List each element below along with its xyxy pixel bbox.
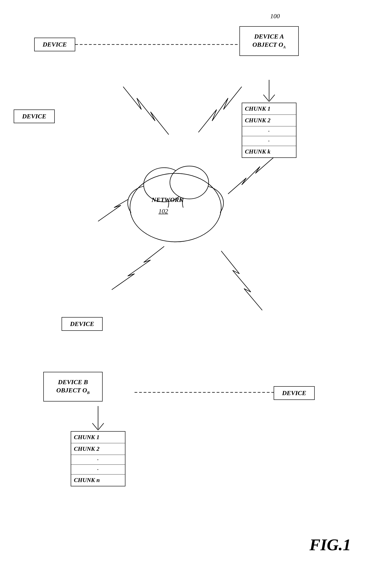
svg-point-12 — [170, 166, 209, 199]
chunk-a-row-2: CHUNK 2 — [242, 115, 296, 126]
svg-line-4 — [269, 95, 275, 102]
device-bottom-left-label: DEVICE — [70, 320, 94, 328]
device-a-line1: DEVICE A — [254, 33, 284, 40]
chunk-a-row-k: CHUNK k — [242, 146, 296, 157]
chunk-b-dots-1: · — [71, 455, 125, 465]
device-a-line2: OBJECT OA — [252, 41, 286, 50]
ref-100: 100 — [270, 13, 280, 20]
chunk-b-dots-2: · — [71, 465, 125, 474]
chunk-a-dots-1: · — [242, 126, 296, 136]
device-top-left: DEVICE — [34, 38, 75, 51]
chunk-b-row-1: CHUNK 1 — [71, 432, 125, 443]
svg-line-6 — [92, 423, 98, 430]
device-left-mid-label: DEVICE — [22, 113, 46, 120]
chunk-table-b: CHUNK 1 CHUNK 2 · · CHUNK n — [71, 431, 126, 486]
chunk-a-dots-2: · — [242, 136, 296, 146]
device-b-box: DEVICE B OBJECT OB — [43, 372, 102, 401]
fig-label: FIG.1 — [310, 535, 351, 554]
network-ref: 102 — [158, 208, 168, 215]
device-bottom-right: DEVICE — [274, 386, 315, 400]
svg-line-7 — [98, 423, 104, 430]
chunk-a-row-1: CHUNK 1 — [242, 103, 296, 115]
device-top-left-label: DEVICE — [43, 41, 67, 48]
device-bottom-left: DEVICE — [62, 317, 102, 331]
chunk-b-row-2: CHUNK 2 — [71, 443, 125, 455]
device-b-line1: DEVICE B — [58, 378, 88, 386]
svg-rect-13 — [131, 208, 220, 242]
chunk-b-row-n: CHUNK n — [71, 474, 125, 486]
device-left-mid: DEVICE — [14, 110, 55, 123]
device-a-box: DEVICE A OBJECT OA — [240, 26, 299, 56]
device-b-line2: OBJECT OB — [56, 387, 90, 395]
network-label: NETWORK — [152, 196, 183, 204]
device-bottom-right-label: DEVICE — [282, 389, 306, 397]
chunk-table-a: CHUNK 1 CHUNK 2 · · CHUNK k — [242, 103, 296, 158]
svg-line-3 — [264, 95, 269, 102]
